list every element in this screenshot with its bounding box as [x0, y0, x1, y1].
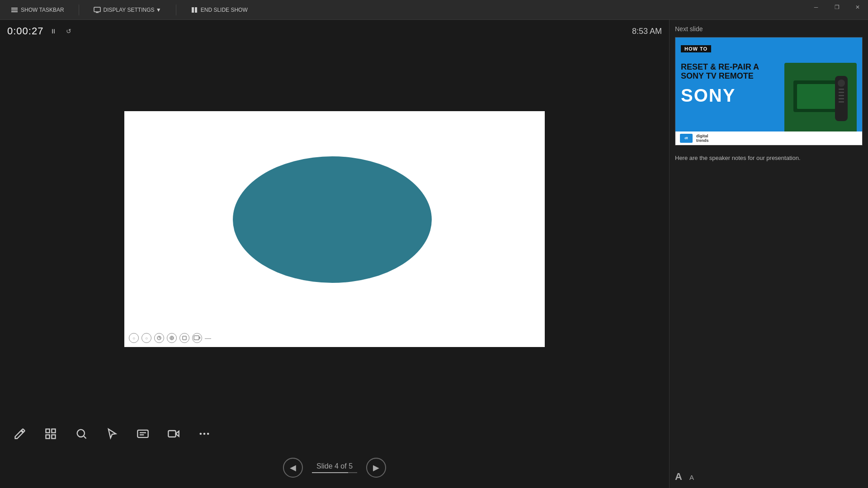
- svg-rect-6: [195, 7, 197, 13]
- svg-rect-14: [194, 336, 199, 340]
- preview-how-to-label: HOW TO: [681, 45, 711, 52]
- svg-rect-18: [46, 435, 50, 438]
- display-settings-button[interactable]: DISPLAY SETTINGS ▼: [90, 5, 165, 15]
- restore-button[interactable]: ❐: [826, 0, 847, 14]
- slide-canvas[interactable]: ○ ○: [124, 111, 545, 347]
- font-controls: A A: [675, 466, 863, 483]
- subtitles-tool[interactable]: [132, 423, 154, 445]
- preview-content: HOW TO RESET & RE-PAIR A SONY TV REMOTE …: [675, 38, 862, 145]
- overlay-icon-2[interactable]: ○: [142, 333, 151, 343]
- svg-rect-13: [183, 336, 186, 340]
- svg-rect-0: [11, 8, 18, 9]
- dt-logo: digitaltrends: [696, 134, 709, 143]
- svg-rect-2: [11, 11, 18, 12]
- grid-tool[interactable]: [40, 423, 61, 445]
- top-toolbar: SHOW TASKBAR DISPLAY SETTINGS ▼ END SLID…: [0, 0, 868, 20]
- speaker-notes: Here are the speaker notes for our prese…: [675, 152, 863, 466]
- close-button[interactable]: ✕: [847, 0, 868, 14]
- next-slide-preview: HOW TO RESET & RE-PAIR A SONY TV REMOTE …: [675, 37, 863, 145]
- svg-rect-1: [11, 9, 18, 10]
- svg-rect-19: [52, 435, 55, 438]
- presentation-area: 0:00:27 ⏸ ↺ 8:53 AM ○ ○: [0, 20, 669, 488]
- next-slide-button[interactable]: ▶: [366, 458, 386, 478]
- show-taskbar-button[interactable]: SHOW TASKBAR: [7, 5, 68, 15]
- slide-ellipse: [233, 156, 432, 283]
- svg-rect-5: [192, 7, 194, 13]
- minimize-button[interactable]: ─: [806, 0, 826, 14]
- slide-canvas-container: ○ ○: [0, 42, 669, 416]
- preview-sony-label: SONY: [681, 85, 780, 106]
- pen-tool[interactable]: [9, 423, 31, 445]
- svg-rect-26: [168, 431, 175, 437]
- right-panel: Next slide HOW TO RESET & RE-PAIR A SONY…: [669, 20, 868, 488]
- pause-button[interactable]: ⏸: [48, 26, 59, 37]
- slide-bottom-overlay: ○ ○: [124, 329, 545, 347]
- overlay-icon-5[interactable]: [179, 333, 189, 343]
- toolbar-divider-1: [79, 5, 79, 15]
- svg-rect-15: [199, 337, 200, 339]
- svg-line-21: [84, 436, 86, 438]
- overlay-dash[interactable]: —: [205, 334, 211, 342]
- main-toolbar: [0, 416, 669, 452]
- svg-point-28: [200, 433, 202, 435]
- next-slide-label: Next slide: [675, 25, 863, 33]
- svg-rect-23: [137, 430, 148, 437]
- preview-title: RESET & RE-PAIR A SONY TV REMOTE: [681, 63, 780, 81]
- svg-point-20: [77, 430, 85, 437]
- svg-rect-16: [46, 429, 50, 433]
- end-slideshow-icon: [191, 6, 198, 14]
- timer-left: 0:00:27 ⏸ ↺: [7, 25, 74, 37]
- pointer-tool[interactable]: [101, 423, 123, 445]
- svg-rect-4: [96, 12, 99, 13]
- bottom-section: ◀ Slide 4 of 5 ▶: [0, 416, 669, 488]
- svg-marker-22: [108, 429, 116, 438]
- svg-point-30: [207, 433, 209, 435]
- timer-bar: 0:00:27 ⏸ ↺ 8:53 AM: [0, 20, 669, 42]
- zoom-tool[interactable]: [71, 423, 92, 445]
- more-tool[interactable]: [193, 423, 215, 445]
- slide-counter: Slide 4 of 5: [312, 462, 357, 470]
- slide-progress-fill: [312, 472, 348, 473]
- main-content: 0:00:27 ⏸ ↺ 8:53 AM ○ ○: [0, 20, 868, 488]
- font-increase-button[interactable]: A: [675, 471, 682, 483]
- svg-rect-3: [94, 7, 100, 12]
- nav-bar: ◀ Slide 4 of 5 ▶: [0, 452, 669, 488]
- overlay-icon-1[interactable]: ○: [129, 333, 139, 343]
- current-time: 8:53 AM: [632, 27, 662, 36]
- taskbar-icon: [11, 6, 18, 14]
- prev-slide-button[interactable]: ◀: [283, 458, 303, 478]
- end-slideshow-button[interactable]: END SLIDE SHOW: [187, 5, 251, 15]
- svg-point-29: [203, 433, 206, 435]
- window-controls: ─ ❐ ✕: [806, 0, 868, 14]
- preview-blue-top: HOW TO: [675, 38, 862, 60]
- overlay-icon-3[interactable]: [154, 333, 164, 343]
- display-settings-icon: [94, 6, 101, 14]
- toolbar-divider-2: [176, 5, 176, 15]
- overlay-icon-4[interactable]: [167, 333, 177, 343]
- slide-progress-bar: [312, 472, 357, 473]
- preview-bottom-bar: dt digitaltrends: [675, 131, 862, 145]
- font-decrease-button[interactable]: A: [689, 474, 694, 481]
- elapsed-time: 0:00:27: [7, 25, 43, 37]
- record-tool[interactable]: [163, 423, 184, 445]
- reset-button[interactable]: ↺: [63, 26, 74, 37]
- overlay-icon-6[interactable]: [192, 333, 202, 343]
- svg-rect-17: [52, 429, 55, 433]
